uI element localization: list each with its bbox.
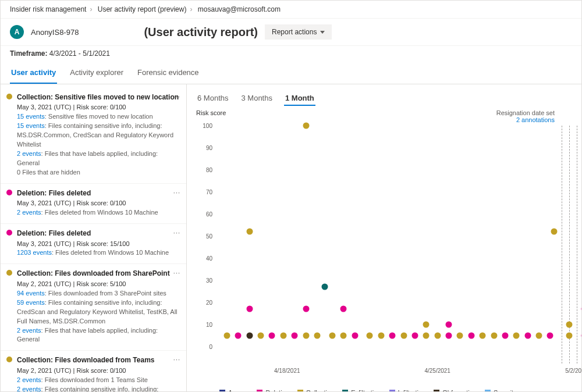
data-point[interactable] — [303, 306, 309, 312]
event-count-link[interactable]: 1203 events — [17, 249, 52, 256]
data-point[interactable] — [547, 333, 553, 339]
card-menu-icon[interactable]: ··· — [173, 355, 180, 365]
avatar: A — [10, 25, 24, 39]
legend: AccessDeletionCollectionExfiltrationInfi… — [196, 387, 572, 392]
breadcrumb: Insider risk management› User activity r… — [1, 1, 581, 19]
tab-forensic-evidence[interactable]: Forensic evidence — [136, 63, 200, 84]
crumb-2[interactable]: User activity report (preview) — [98, 5, 187, 13]
data-point[interactable] — [223, 333, 230, 339]
data-point[interactable] — [389, 333, 396, 339]
data-point[interactable] — [480, 333, 486, 339]
report-actions-button[interactable]: Report actions — [265, 24, 332, 40]
tab-user-activity[interactable]: User activity — [10, 63, 57, 84]
legend-item[interactable]: Security — [485, 389, 517, 392]
data-point[interactable] — [246, 333, 253, 339]
data-point[interactable] — [329, 333, 335, 339]
card-line: 2 events: Files deleted from Windows 10 … — [17, 208, 179, 218]
data-point[interactable] — [314, 333, 320, 339]
data-point[interactable] — [303, 123, 309, 129]
category-dot — [6, 270, 12, 276]
card-menu-icon[interactable]: ··· — [173, 188, 180, 198]
data-point[interactable] — [292, 333, 298, 339]
event-count-link[interactable]: 15 events — [17, 113, 45, 120]
legend-item[interactable]: Obfuscation — [434, 389, 477, 392]
data-point[interactable] — [551, 229, 557, 235]
card-line: 59 events: Files containing sensitive in… — [17, 298, 179, 326]
category-dot — [6, 190, 12, 195]
data-point[interactable] — [367, 333, 373, 339]
data-point[interactable] — [303, 333, 309, 339]
data-point[interactable] — [491, 333, 497, 339]
event-count-link[interactable]: 2 events — [17, 209, 41, 216]
crumb-3: mosauvag@microsoft.com — [198, 5, 281, 13]
legend-swatch — [342, 390, 348, 392]
event-list[interactable]: ···Collection: Sensitive files moved to … — [1, 84, 187, 392]
legend-item[interactable]: Exfiltration — [342, 389, 381, 392]
time-range-tabs: 6 Months3 Months1 Month — [196, 91, 572, 106]
event-card[interactable]: ···Deletion: Files deletedMay 3, 2021 (U… — [1, 224, 186, 264]
data-point[interactable] — [566, 333, 572, 339]
legend-swatch — [257, 390, 262, 392]
event-count-link[interactable]: 2 events — [17, 386, 41, 392]
annotations-link[interactable]: 2 annotations — [516, 116, 555, 123]
card-title: Deletion: Files deleted — [17, 229, 179, 238]
data-point[interactable] — [280, 333, 286, 339]
data-point[interactable] — [524, 333, 531, 339]
data-point[interactable] — [566, 322, 572, 328]
crumb-1[interactable]: Insider risk management — [10, 5, 86, 13]
data-point[interactable] — [411, 333, 418, 339]
event-count-link[interactable]: 94 events — [17, 290, 45, 297]
scatter-plot[interactable]: 01020304050607080901004/18/20214/25/2021… — [196, 126, 572, 387]
card-line: 15 events: Files containing sensitive in… — [17, 122, 179, 149]
data-point[interactable] — [400, 333, 407, 339]
data-point[interactable] — [536, 333, 542, 339]
data-point[interactable] — [321, 284, 328, 290]
event-count-link[interactable]: 2 events — [17, 150, 41, 157]
card-menu-icon[interactable]: ··· — [173, 92, 180, 102]
data-point[interactable] — [378, 333, 384, 339]
legend-item[interactable]: Access — [219, 389, 249, 392]
event-count-link[interactable]: 2 events — [17, 376, 41, 383]
content-tabs: User activityActivity explorerForensic e… — [1, 63, 581, 84]
data-point[interactable] — [352, 333, 358, 339]
tab-activity-explorer[interactable]: Activity explorer — [69, 63, 125, 84]
legend-swatch — [297, 390, 303, 392]
data-point[interactable] — [457, 333, 463, 339]
legend-item[interactable]: Collection — [297, 389, 334, 392]
data-point[interactable] — [423, 333, 430, 339]
event-card[interactable]: ···Collection: Sensitive files moved to … — [1, 88, 186, 184]
timeframe-value: 4/3/2021 - 5/1/2021 — [49, 49, 110, 58]
data-point[interactable] — [258, 333, 264, 339]
data-point[interactable] — [513, 333, 520, 339]
y-axis-title: Risk score — [196, 109, 226, 123]
data-point[interactable] — [340, 306, 347, 312]
event-count-link[interactable]: 15 events — [17, 122, 45, 129]
time-tab-3-months[interactable]: 3 Months — [240, 91, 273, 106]
card-menu-icon[interactable]: ··· — [173, 229, 180, 238]
data-point[interactable] — [246, 306, 253, 312]
data-point[interactable] — [446, 322, 452, 328]
time-tab-6-months[interactable]: 6 Months — [196, 91, 229, 106]
legend-item[interactable]: Infiltration — [389, 389, 426, 392]
event-card[interactable]: ···Collection: Files downloaded from Sha… — [1, 264, 186, 351]
event-count-link[interactable]: 59 events — [17, 299, 45, 306]
data-point[interactable] — [246, 229, 253, 235]
legend-item[interactable]: Deletion — [257, 389, 289, 392]
event-card[interactable]: ···Deletion: Files deletedMay 3, 2021 (U… — [1, 184, 186, 224]
data-point[interactable] — [340, 333, 347, 339]
user-id: AnonyIS8-978 — [31, 28, 79, 37]
card-line: 1203 events: Files deleted from Windows … — [17, 248, 179, 258]
data-point[interactable] — [269, 333, 275, 339]
card-menu-icon[interactable]: ··· — [173, 269, 180, 278]
category-dot — [6, 94, 12, 99]
event-count-link[interactable]: 2 events — [17, 327, 41, 334]
data-point[interactable] — [434, 333, 441, 339]
event-card[interactable]: ···Collection: Files downloaded from Tea… — [1, 351, 186, 392]
time-tab-1-month[interactable]: 1 Month — [284, 91, 315, 106]
data-point[interactable] — [235, 333, 242, 339]
data-point[interactable] — [468, 333, 474, 339]
data-point[interactable] — [502, 333, 508, 339]
data-point[interactable] — [423, 322, 430, 328]
data-point[interactable] — [446, 333, 452, 339]
card-title: Deletion: Files deleted — [17, 188, 179, 198]
